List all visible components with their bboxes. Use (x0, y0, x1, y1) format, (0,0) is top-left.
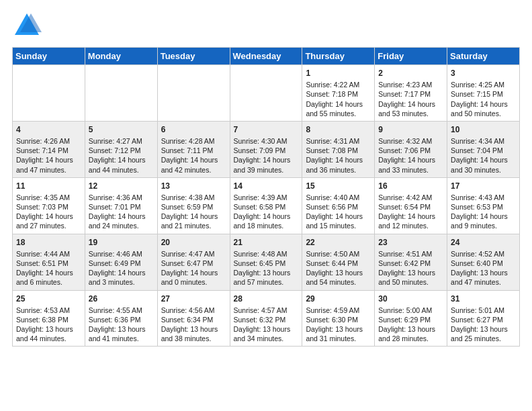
day-info: Daylight: 13 hours (378, 268, 443, 277)
day-info: Sunset: 6:27 PM (451, 315, 516, 324)
calendar-day-header: Friday (375, 48, 447, 65)
calendar-day-header: Saturday (447, 48, 520, 65)
day-info: and 34 minutes. (234, 334, 299, 343)
calendar-week-row: 18Sunrise: 4:44 AMSunset: 6:51 PMDayligh… (13, 234, 520, 290)
day-info: and 6 minutes. (16, 277, 81, 287)
day-info: Sunset: 7:14 PM (16, 146, 81, 155)
calendar-cell: 29Sunrise: 4:59 AMSunset: 6:30 PMDayligh… (302, 290, 375, 347)
day-info: and 38 minutes. (161, 334, 226, 343)
day-number: 1 (306, 68, 371, 79)
day-info: Daylight: 14 hours (16, 212, 81, 221)
day-info: and 50 minutes. (451, 109, 516, 118)
day-info: Sunset: 7:01 PM (89, 202, 154, 212)
day-number: 4 (16, 124, 81, 135)
calendar-day-header: Wednesday (230, 48, 302, 65)
day-info: and 21 minutes. (161, 221, 226, 230)
day-number: 10 (451, 124, 516, 135)
day-info: and 44 minutes. (89, 165, 154, 175)
calendar-cell (230, 65, 302, 122)
calendar-cell: 26Sunrise: 4:55 AMSunset: 6:36 PMDayligh… (85, 290, 157, 347)
calendar-cell: 20Sunrise: 4:47 AMSunset: 6:47 PMDayligh… (157, 234, 230, 290)
calendar-cell (157, 65, 230, 122)
day-info: Daylight: 14 hours (16, 268, 81, 277)
day-number: 9 (378, 124, 443, 135)
header (12, 11, 520, 40)
day-info: Sunset: 7:11 PM (161, 146, 226, 155)
day-info: and 18 minutes. (234, 221, 299, 230)
day-info: and 0 minutes. (161, 277, 226, 287)
calendar-cell: 9Sunrise: 4:32 AMSunset: 7:06 PMDaylight… (375, 121, 447, 177)
day-info: Sunrise: 4:55 AM (89, 306, 154, 315)
calendar-day-header: Tuesday (157, 48, 230, 65)
day-info: Sunrise: 4:40 AM (306, 193, 371, 202)
day-info: Sunset: 7:03 PM (16, 202, 81, 212)
calendar-cell: 31Sunrise: 5:01 AMSunset: 6:27 PMDayligh… (447, 290, 520, 347)
day-info: Daylight: 14 hours (306, 155, 371, 165)
calendar-cell: 23Sunrise: 4:51 AMSunset: 6:42 PMDayligh… (375, 234, 447, 290)
calendar-header-row: SundayMondayTuesdayWednesdayThursdayFrid… (13, 48, 520, 65)
day-info: and 54 minutes. (306, 277, 371, 287)
calendar-cell: 3Sunrise: 4:25 AMSunset: 7:15 PMDaylight… (447, 65, 520, 122)
day-number: 15 (306, 181, 371, 191)
day-info: Daylight: 13 hours (306, 324, 371, 334)
calendar-cell: 11Sunrise: 4:35 AMSunset: 7:03 PMDayligh… (13, 177, 85, 234)
day-info: Sunset: 7:17 PM (378, 89, 443, 99)
day-number: 14 (234, 181, 299, 191)
day-number: 16 (378, 181, 443, 191)
calendar-cell: 18Sunrise: 4:44 AMSunset: 6:51 PMDayligh… (13, 234, 85, 290)
day-number: 31 (451, 293, 516, 304)
day-info: and 42 minutes. (161, 165, 226, 175)
day-info: Sunrise: 4:26 AM (16, 136, 81, 146)
day-info: Sunset: 6:58 PM (234, 202, 299, 212)
day-info: Daylight: 13 hours (306, 268, 371, 277)
day-info: Sunrise: 4:25 AM (451, 80, 516, 89)
day-number: 25 (16, 293, 81, 304)
day-info: Sunset: 6:38 PM (16, 315, 81, 324)
day-info: Sunset: 6:54 PM (378, 202, 443, 212)
day-info: Sunrise: 4:57 AM (234, 306, 299, 315)
day-number: 12 (89, 181, 154, 191)
day-info: Daylight: 14 hours (378, 99, 443, 109)
day-info: Sunrise: 4:36 AM (89, 193, 154, 202)
day-number: 22 (306, 237, 371, 248)
calendar-cell: 13Sunrise: 4:38 AMSunset: 6:59 PMDayligh… (157, 177, 230, 234)
calendar-cell: 8Sunrise: 4:31 AMSunset: 7:08 PMDaylight… (302, 121, 375, 177)
day-info: Sunrise: 4:32 AM (378, 136, 443, 146)
day-info: Sunset: 7:12 PM (89, 146, 154, 155)
calendar-cell: 27Sunrise: 4:56 AMSunset: 6:34 PMDayligh… (157, 290, 230, 347)
day-info: Sunset: 7:08 PM (306, 146, 371, 155)
day-info: Sunrise: 4:31 AM (306, 136, 371, 146)
calendar-cell (85, 65, 157, 122)
day-info: and 41 minutes. (89, 334, 154, 343)
day-number: 20 (161, 237, 226, 248)
day-number: 11 (16, 181, 81, 191)
day-info: Sunset: 7:18 PM (306, 89, 371, 99)
day-info: Sunset: 6:44 PM (306, 259, 371, 268)
day-info: Sunrise: 4:23 AM (378, 80, 443, 89)
day-info: and 53 minutes. (378, 109, 443, 118)
calendar-cell: 7Sunrise: 4:30 AMSunset: 7:09 PMDaylight… (230, 121, 302, 177)
day-info: Daylight: 13 hours (451, 324, 516, 334)
calendar-cell: 19Sunrise: 4:46 AMSunset: 6:49 PMDayligh… (85, 234, 157, 290)
day-info: and 47 minutes. (16, 165, 81, 175)
day-info: and 33 minutes. (378, 165, 443, 175)
day-info: Sunset: 6:47 PM (161, 259, 226, 268)
day-info: Sunrise: 4:56 AM (161, 306, 226, 315)
day-info: and 55 minutes. (306, 109, 371, 118)
day-number: 24 (451, 237, 516, 248)
day-info: Daylight: 14 hours (451, 99, 516, 109)
day-info: Daylight: 14 hours (234, 155, 299, 165)
day-number: 5 (89, 124, 154, 135)
day-number: 29 (306, 293, 371, 304)
calendar-cell: 25Sunrise: 4:53 AMSunset: 6:38 PMDayligh… (13, 290, 85, 347)
calendar-cell: 1Sunrise: 4:22 AMSunset: 7:18 PMDaylight… (302, 65, 375, 122)
day-info: Daylight: 14 hours (16, 155, 81, 165)
day-info: Sunset: 6:59 PM (161, 202, 226, 212)
calendar-cell: 5Sunrise: 4:27 AMSunset: 7:12 PMDaylight… (85, 121, 157, 177)
day-info: Daylight: 13 hours (89, 324, 154, 334)
calendar-week-row: 11Sunrise: 4:35 AMSunset: 7:03 PMDayligh… (13, 177, 520, 234)
day-info: Sunset: 6:53 PM (451, 202, 516, 212)
day-info: Daylight: 14 hours (161, 155, 226, 165)
day-number: 7 (234, 124, 299, 135)
day-info: Daylight: 13 hours (451, 268, 516, 277)
